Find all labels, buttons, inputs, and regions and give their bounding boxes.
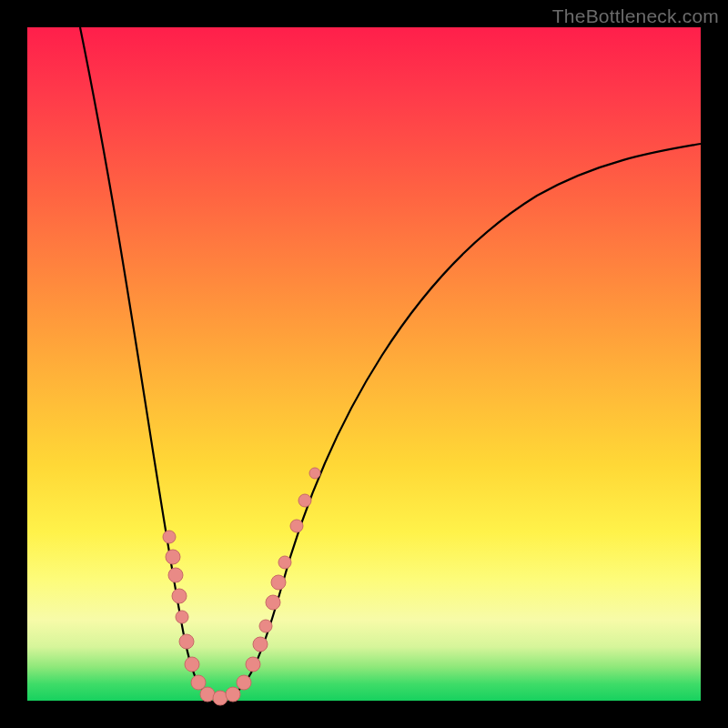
data-dot — [213, 691, 228, 705]
data-dot — [246, 657, 260, 672]
data-dot — [185, 657, 199, 672]
data-dot — [191, 675, 206, 690]
data-dot — [259, 620, 272, 632]
data-dot — [271, 575, 286, 590]
data-dot — [290, 520, 303, 532]
data-dot — [176, 611, 188, 623]
data-dot — [278, 556, 291, 569]
data-dot — [253, 637, 268, 652]
data-dot — [172, 589, 187, 603]
data-dot — [309, 468, 320, 479]
data-dot — [226, 687, 240, 702]
chart-frame: TheBottleneck.com — [0, 0, 728, 728]
data-dot — [200, 687, 215, 702]
chart-svg — [27, 27, 701, 701]
data-dot — [237, 675, 251, 690]
data-dot — [266, 595, 280, 610]
plot-area — [27, 27, 701, 701]
data-dot — [168, 568, 183, 582]
watermark-text: TheBottleneck.com — [552, 5, 719, 27]
data-dot — [179, 634, 194, 649]
data-dot — [298, 494, 311, 507]
data-dot — [163, 531, 176, 543]
data-dots — [163, 468, 320, 705]
data-dot — [166, 550, 180, 564]
